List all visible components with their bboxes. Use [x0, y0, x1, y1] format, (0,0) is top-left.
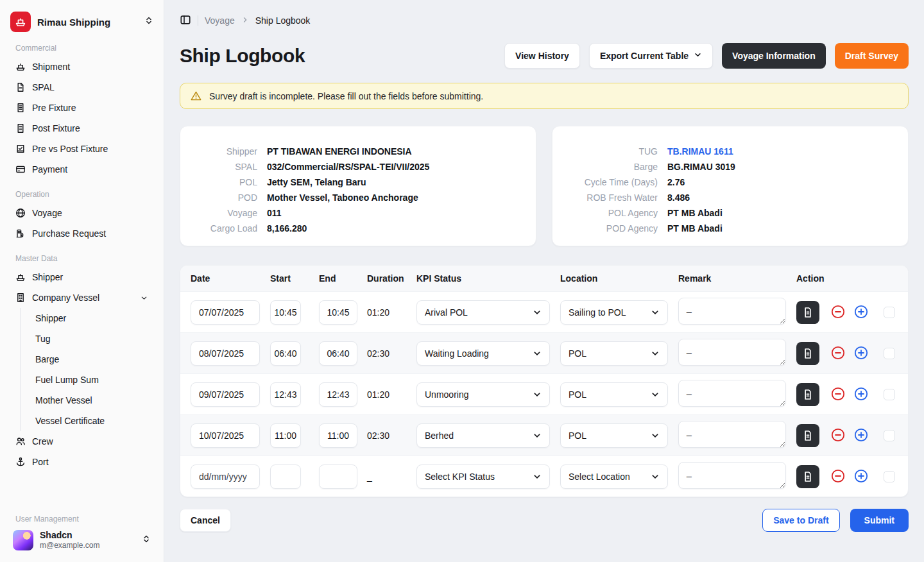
date-input[interactable]: [191, 382, 260, 407]
sidebar-item-pre-fixture[interactable]: Pre Fixture: [10, 98, 153, 118]
document-action-button[interactable]: [796, 342, 819, 365]
save-to-draft-button[interactable]: Save to Draft: [762, 509, 839, 532]
add-row-button[interactable]: [853, 468, 869, 485]
date-input[interactable]: [191, 341, 260, 366]
document-icon: [802, 471, 814, 482]
end-time-input[interactable]: [319, 341, 357, 366]
row-checkbox[interactable]: [884, 471, 895, 482]
breadcrumb-voyage[interactable]: Voyage: [205, 15, 235, 26]
remark-textarea[interactable]: _: [678, 380, 786, 407]
start-time-input[interactable]: [270, 300, 301, 325]
sidebar-item-shipment[interactable]: Shipment: [10, 56, 153, 77]
document-action-button[interactable]: [796, 301, 819, 324]
kpi-status-select[interactable]: Arival POL: [416, 300, 550, 325]
view-history-button[interactable]: View History: [504, 43, 580, 69]
sidebar-toggle-icon[interactable]: [180, 14, 191, 28]
duration-value: _: [367, 472, 416, 482]
remark-textarea[interactable]: _: [678, 298, 786, 325]
export-current-table-button[interactable]: Export Current Table: [589, 43, 713, 69]
voyage-information-button[interactable]: Voyage Information: [722, 43, 826, 69]
start-time-input[interactable]: [270, 341, 301, 366]
pol-value: Jetty SEM, Telang Baru: [267, 177, 366, 187]
document-action-button[interactable]: [796, 383, 819, 406]
sidebar-item-purchase-request[interactable]: Purchase Request: [10, 223, 153, 244]
sidebar-item-spal[interactable]: SPAL: [10, 77, 153, 98]
sidebar-subitem-tug[interactable]: Tug: [31, 328, 153, 349]
pod-value: Mother Vessel, Taboneo Anchorage: [267, 192, 418, 203]
row-checkbox[interactable]: [884, 307, 895, 318]
plus-circle-icon: [853, 427, 869, 443]
user-menu[interactable]: Shadcn m@example.com: [10, 527, 153, 553]
document-action-button[interactable]: [796, 424, 819, 447]
warning-triangle-icon: [191, 90, 201, 101]
workspace-switcher[interactable]: Rimau Shipping: [10, 10, 153, 33]
submit-button[interactable]: Submit: [850, 509, 909, 532]
remove-row-button[interactable]: [830, 304, 846, 321]
kpi-status-select[interactable]: Berhed: [416, 423, 550, 448]
duration-value: 01:20: [367, 307, 416, 318]
sidebar-item-port[interactable]: Port: [10, 452, 153, 472]
sidebar-subitem-fuel-lump-sum[interactable]: Fuel Lump Sum: [31, 370, 153, 390]
ship-icon: [15, 272, 26, 282]
remark-textarea[interactable]: _: [678, 421, 786, 448]
user-block: User Management Shadcn m@example.com: [10, 504, 153, 553]
location-select[interactable]: POL: [560, 423, 668, 448]
cancel-button[interactable]: Cancel: [180, 509, 231, 532]
kpi-status-select[interactable]: Select KPI Status: [416, 464, 550, 489]
sidebar-item-voyage[interactable]: Voyage: [10, 203, 153, 223]
table-row: 01:20 Unmooring POL _: [180, 373, 908, 414]
end-time-input[interactable]: [319, 382, 357, 407]
add-row-button[interactable]: [853, 345, 869, 362]
date-input[interactable]: [191, 423, 260, 448]
sidebar-subitem-barge[interactable]: Barge: [31, 349, 153, 370]
table-row: 02:30 Berhed POL _: [180, 414, 908, 456]
start-time-input[interactable]: [270, 382, 301, 407]
brand-ship-icon: [10, 12, 31, 32]
start-time-input[interactable]: [270, 464, 301, 489]
draft-survey-button[interactable]: Draft Survey: [835, 43, 909, 69]
end-time-input[interactable]: [319, 464, 357, 489]
remark-textarea[interactable]: _: [678, 339, 786, 366]
date-input[interactable]: [191, 464, 260, 489]
sidebar-item-pre-vs-post-fixture[interactable]: Pre vs Post Fixture: [10, 139, 153, 159]
remove-row-button[interactable]: [830, 427, 846, 444]
duration-value: 02:30: [367, 430, 416, 441]
chevron-down-icon: [533, 390, 542, 399]
document-icon: [802, 348, 814, 359]
document-action-button[interactable]: [796, 465, 819, 488]
file-icon: [15, 82, 26, 92]
location-select[interactable]: Sailing to POL: [560, 300, 668, 325]
add-row-button[interactable]: [853, 304, 869, 321]
ship-icon: [15, 62, 26, 72]
sidebar-item-shipper[interactable]: Shipper: [10, 267, 153, 287]
start-time-input[interactable]: [270, 423, 301, 448]
tug-link[interactable]: TB.RIMAU 1611: [667, 146, 733, 157]
sidebar-item-payment[interactable]: Payment: [10, 159, 153, 180]
remove-row-button[interactable]: [830, 468, 846, 485]
end-time-input[interactable]: [319, 300, 357, 325]
kpi-status-select[interactable]: Waiting Loading: [416, 341, 550, 366]
plus-circle-icon: [853, 468, 869, 484]
remove-row-button[interactable]: [830, 345, 846, 362]
remark-textarea[interactable]: _: [678, 462, 786, 489]
add-row-button[interactable]: [853, 386, 869, 403]
row-checkbox[interactable]: [884, 348, 895, 359]
location-select[interactable]: Select Location: [560, 464, 668, 489]
sidebar-subitem-vessel-certificate[interactable]: Vessel Certificate: [31, 411, 153, 431]
sidebar-item-crew[interactable]: Crew: [10, 431, 153, 452]
kpi-status-select[interactable]: Unmooring: [416, 382, 550, 407]
sidebar-subitem-shipper[interactable]: Shipper: [31, 308, 153, 328]
location-select[interactable]: POL: [560, 341, 668, 366]
section-label-user-management: User Management: [15, 515, 148, 524]
location-select[interactable]: POL: [560, 382, 668, 407]
end-time-input[interactable]: [319, 423, 357, 448]
date-input[interactable]: [191, 300, 260, 325]
row-checkbox[interactable]: [884, 389, 895, 400]
spal-value: 032/Commercial/RS/SPAL-TEI/VII/2025: [267, 162, 429, 172]
sidebar-item-post-fixture[interactable]: Post Fixture: [10, 118, 153, 139]
sidebar-item-company-vessel[interactable]: Company Vessel: [10, 287, 153, 308]
sidebar-subitem-mother-vessel[interactable]: Mother Vessel: [31, 390, 153, 411]
remove-row-button[interactable]: [830, 386, 846, 403]
add-row-button[interactable]: [853, 427, 869, 444]
row-checkbox[interactable]: [884, 430, 895, 441]
